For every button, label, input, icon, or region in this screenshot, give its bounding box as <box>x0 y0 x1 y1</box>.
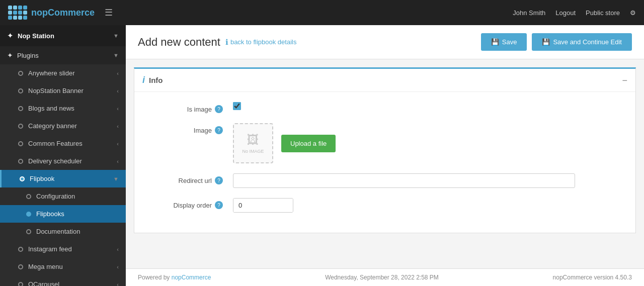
collapse-panel-button[interactable]: − <box>622 76 627 85</box>
ocarousel-arrow-icon: ‹ <box>117 281 119 287</box>
sidebar-label-blogs-and-news: Blogs and news <box>28 105 117 112</box>
sidebar-item-configuration[interactable]: Configuration <box>0 187 126 205</box>
top-navbar: nopCommerce ☰ John Smith Logout Public s… <box>0 0 644 25</box>
sidebar-item-nop-station[interactable]: ✦ Nop Station ▼ <box>0 25 126 46</box>
redirect-url-label: Redirect url ? <box>142 173 233 184</box>
sidebar-label-instagram-feed: Instagram feed <box>28 245 117 253</box>
is-image-checkbox[interactable] <box>233 102 241 110</box>
sidebar-item-delivery-scheduler[interactable]: Delivery scheduler ‹ <box>0 152 126 170</box>
mega-menu-arrow-icon: ‹ <box>117 264 119 270</box>
redirect-url-row: Redirect url ? <box>142 173 627 188</box>
sidebar-dot-category-banner <box>18 124 23 129</box>
sidebar-dot-common-features <box>18 141 23 146</box>
footer: Powered by nopCommerce Wednesday, Septem… <box>126 268 644 286</box>
sidebar-label-anywhere-slider: Anywhere slider <box>28 69 117 77</box>
sidebar-dot-mega-menu <box>18 264 23 269</box>
sidebar-item-plugins[interactable]: ✦ Plugins ▼ <box>0 46 126 64</box>
flipbook-arrow-icon: ▼ <box>113 176 119 182</box>
footer-powered-by: Powered by nopCommerce <box>138 274 211 281</box>
save-button[interactable]: 💾 Save <box>481 33 527 51</box>
header-buttons: 💾 Save 💾 Save and Continue Edit <box>481 33 632 51</box>
sidebar-label-documentation: Documentation <box>36 228 119 235</box>
sidebar-label-delivery-scheduler: Delivery scheduler <box>28 157 117 165</box>
no-image-placeholder: 🖼 No IMAGE <box>233 123 273 163</box>
nop-station-icon: ✦ <box>7 31 14 40</box>
brand-name: nopCommerce <box>31 8 95 18</box>
footer-nopcommerce-link[interactable]: nopCommerce <box>172 274 211 281</box>
sidebar-dot-blogs-and-news <box>18 106 23 111</box>
info-panel-header: i Info − <box>134 69 635 92</box>
footer-version: nopCommerce version 4.50.3 <box>553 274 632 281</box>
footer-date: Wednesday, September 28, 2022 2:58 PM <box>325 274 439 281</box>
sidebar-item-nopstation-banner[interactable]: NopStation Banner ‹ <box>0 82 126 100</box>
save-icon: 💾 <box>491 38 499 46</box>
sidebar-item-common-features[interactable]: Common Features ‹ <box>0 135 126 152</box>
sidebar-item-mega-menu[interactable]: Mega menu ‹ <box>0 258 126 275</box>
redirect-url-help-icon[interactable]: ? <box>215 176 223 184</box>
save-continue-label: Save and Continue Edit <box>553 38 622 46</box>
sidebar-dot-documentation <box>26 229 31 234</box>
page-title-area: Add new content ℹ back to flipbook detai… <box>138 36 481 49</box>
sidebar-label-flipbooks: Flipbooks <box>36 210 119 218</box>
menu-toggle-icon[interactable]: ☰ <box>105 7 113 18</box>
sidebar-item-flipbook[interactable]: Flipbook ▼ <box>0 170 126 187</box>
is-image-control <box>233 102 627 112</box>
nop-station-arrow-icon: ▼ <box>113 33 119 39</box>
sidebar-item-documentation[interactable]: Documentation <box>0 223 126 240</box>
public-store-link[interactable]: Public store <box>586 9 620 17</box>
sidebar-dot-flipbook <box>20 176 25 181</box>
sidebar-plugins-label: Plugins <box>17 52 113 59</box>
image-label: Image ? <box>142 123 233 134</box>
sidebar-item-flipbooks[interactable]: Flipbooks <box>0 205 126 223</box>
sidebar-item-category-banner[interactable]: Category banner ‹ <box>0 117 126 135</box>
sidebar-dot-configuration <box>26 194 31 199</box>
form-area: i Info − Is image ? <box>126 59 644 268</box>
plugins-icon: ✦ <box>7 51 13 59</box>
info-panel-title-area: i Info <box>142 75 163 85</box>
nopstation-banner-arrow-icon: ‹ <box>117 88 119 94</box>
save-continue-icon: 💾 <box>542 38 550 46</box>
display-order-control: ▲ ▼ <box>233 198 627 213</box>
sidebar-dot-anywhere-slider <box>18 71 23 76</box>
display-order-input[interactable] <box>233 199 293 212</box>
username-label: John Smith <box>513 9 545 17</box>
settings-icon[interactable]: ⚙ <box>630 9 636 17</box>
sidebar-item-ocarousel[interactable]: OCarousel ‹ <box>0 275 126 286</box>
is-image-row: Is image ? <box>142 102 627 113</box>
form-body: Is image ? Image ? <box>134 92 635 233</box>
sidebar-label-mega-menu: Mega menu <box>28 263 117 270</box>
upload-file-button[interactable]: Upload a file <box>281 135 336 152</box>
image-help-icon[interactable]: ? <box>215 126 223 134</box>
save-label: Save <box>502 38 517 46</box>
anywhere-slider-arrow-icon: ‹ <box>117 70 119 76</box>
category-banner-arrow-icon: ‹ <box>117 123 119 129</box>
display-order-help-icon[interactable]: ? <box>215 201 223 209</box>
navbar-right: John Smith Logout Public store ⚙ <box>513 9 636 17</box>
sidebar-label-configuration: Configuration <box>36 193 119 200</box>
sidebar-label-category-banner: Category banner <box>28 122 117 130</box>
main-layout: ✦ Nop Station ▼ ✦ Plugins ▼ Anywhere sli… <box>0 25 644 286</box>
instagram-feed-arrow-icon: ‹ <box>117 246 119 252</box>
page-title-text: Add new content <box>138 36 220 49</box>
image-upload-area: 🖼 No IMAGE Upload a file <box>233 123 627 163</box>
back-to-flipbook-link[interactable]: ℹ back to flipbook details <box>225 38 297 47</box>
is-image-label: Is image ? <box>142 102 233 113</box>
sidebar-dot-instagram-feed <box>18 247 23 252</box>
sidebar-item-instagram-feed[interactable]: Instagram feed ‹ <box>0 240 126 258</box>
sidebar-nop-station-label: Nop Station <box>18 32 113 40</box>
display-order-spinner: ▲ ▼ <box>233 198 293 213</box>
save-continue-button[interactable]: 💾 Save and Continue Edit <box>532 33 632 51</box>
sidebar: ✦ Nop Station ▼ ✦ Plugins ▼ Anywhere sli… <box>0 25 126 286</box>
back-link-label: back to flipbook details <box>230 38 297 46</box>
sidebar-dot-ocarousel <box>18 282 23 287</box>
sidebar-label-flipbook: Flipbook <box>30 175 113 182</box>
plugins-arrow-icon: ▼ <box>113 52 119 58</box>
sidebar-label-common-features: Common Features <box>28 140 117 147</box>
redirect-url-input[interactable] <box>233 173 575 188</box>
sidebar-item-blogs-and-news[interactable]: Blogs and news ‹ <box>0 100 126 117</box>
collapse-icon: − <box>622 75 627 85</box>
sidebar-item-anywhere-slider[interactable]: Anywhere slider ‹ <box>0 64 126 82</box>
is-image-help-icon[interactable]: ? <box>215 105 223 113</box>
back-icon: ℹ <box>225 38 228 47</box>
logout-link[interactable]: Logout <box>555 9 576 17</box>
